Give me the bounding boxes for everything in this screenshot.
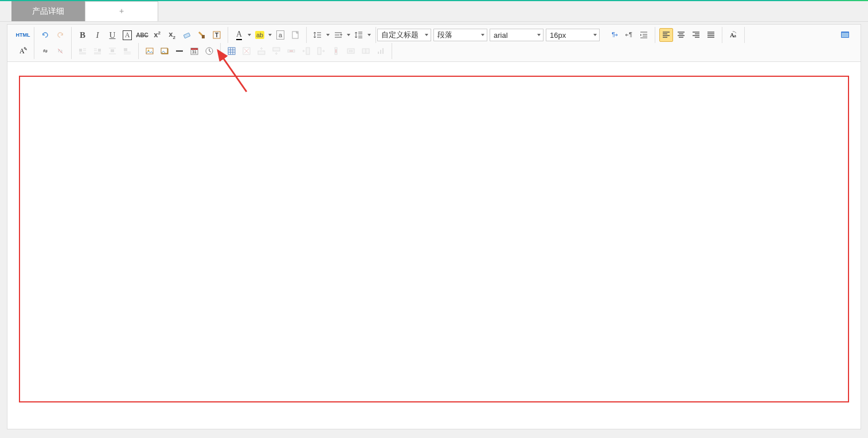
svg-text:¶: ¶	[612, 31, 615, 38]
lineheight-button[interactable]	[311, 28, 324, 42]
direction-ltr-button[interactable]: ¶	[607, 28, 621, 42]
image-float-right-icon[interactable]	[91, 44, 104, 58]
date-icon[interactable]: 31	[187, 44, 201, 58]
superscript-button[interactable]: x2	[150, 28, 164, 42]
backcolor-dropdown[interactable]	[267, 34, 273, 36]
subscript-button[interactable]: x2	[165, 28, 179, 42]
split-cells-icon[interactable]	[359, 44, 373, 58]
editor-body[interactable]	[7, 62, 861, 429]
blank-doc-button[interactable]	[288, 28, 302, 42]
lineheight-dropdown[interactable]	[325, 34, 331, 36]
delete-col-icon[interactable]	[329, 44, 343, 58]
source-html-button[interactable]: HTML	[16, 28, 30, 42]
undo-icon[interactable]	[38, 28, 52, 42]
image-center-icon[interactable]	[105, 44, 119, 58]
rowspacing-bottom-button[interactable]	[352, 28, 366, 42]
horizontal-rule-icon[interactable]	[173, 44, 186, 58]
merge-cells-icon[interactable]	[344, 44, 358, 58]
svg-rect-15	[111, 49, 114, 52]
rowspacing-top-dropdown[interactable]	[346, 34, 351, 36]
custom-style-button[interactable]: A✎	[16, 44, 30, 58]
redo-icon[interactable]	[53, 28, 67, 42]
format-paintbrush-icon[interactable]	[195, 28, 209, 42]
case-button[interactable]: a	[273, 28, 287, 42]
svg-rect-0	[183, 33, 190, 38]
insert-col-after-icon[interactable]	[314, 44, 328, 58]
eraser-icon[interactable]	[180, 28, 194, 42]
image-none-icon[interactable]	[120, 44, 134, 58]
svg-rect-14	[98, 49, 101, 52]
insert-multi-image-icon[interactable]	[158, 44, 171, 58]
select-font-family[interactable]: arial	[490, 29, 544, 41]
delete-table-icon[interactable]	[240, 44, 253, 58]
svg-text:T: T	[215, 32, 218, 38]
align-center-button[interactable]	[674, 28, 688, 42]
svg-rect-30	[306, 48, 310, 54]
chart-icon[interactable]	[374, 44, 388, 58]
svg-rect-28	[273, 48, 280, 51]
svg-rect-36	[380, 50, 381, 54]
delete-row-icon[interactable]	[284, 44, 298, 58]
svg-rect-27	[258, 51, 265, 54]
tab-add[interactable]: +	[85, 1, 158, 21]
insert-table-icon[interactable]	[225, 44, 238, 58]
translate-button[interactable]: Aa	[726, 28, 740, 42]
editor-toolbar: HTML B I U A ABC x2 x2 T	[7, 25, 861, 62]
svg-text:31: 31	[192, 50, 197, 54]
backcolor-button[interactable]: ab	[253, 28, 267, 42]
insert-col-before-icon[interactable]	[299, 44, 313, 58]
svg-text:✎: ✎	[24, 46, 28, 52]
underline-button[interactable]: U	[105, 28, 119, 42]
direction-rtl-button[interactable]: ¶	[622, 28, 636, 42]
svg-text:¶: ¶	[629, 31, 632, 38]
insert-image-icon[interactable]	[143, 44, 157, 58]
tabs-bar: 产品详细 +	[0, 1, 868, 22]
svg-rect-17	[146, 48, 153, 54]
insert-row-after-icon[interactable]	[269, 44, 283, 58]
insert-row-before-icon[interactable]	[255, 44, 268, 58]
svg-rect-31	[318, 48, 321, 54]
font-border-button[interactable]: A	[120, 28, 134, 42]
svg-rect-25	[228, 48, 235, 54]
select-font-size[interactable]: 16px	[546, 29, 600, 41]
svg-rect-37	[382, 48, 384, 54]
svg-rect-35	[378, 52, 379, 54]
svg-text:a: a	[734, 33, 736, 38]
autotypeset-button[interactable]: T	[210, 28, 224, 42]
indent-button[interactable]	[637, 28, 651, 42]
fullscreen-button[interactable]	[838, 28, 852, 42]
content-selection-frame	[19, 76, 849, 402]
link-icon[interactable]	[38, 44, 52, 58]
editor-container: HTML B I U A ABC x2 x2 T	[7, 24, 861, 429]
tab-product-detail[interactable]: 产品详细	[11, 1, 85, 21]
align-left-button[interactable]	[659, 28, 673, 42]
bold-button[interactable]: B	[76, 28, 89, 42]
select-custom-title[interactable]: 自定义标题	[377, 29, 431, 41]
svg-rect-1	[202, 35, 205, 38]
time-icon[interactable]	[202, 44, 216, 58]
image-float-left-icon[interactable]	[76, 44, 89, 58]
align-right-button[interactable]	[689, 28, 703, 42]
italic-button[interactable]: I	[91, 28, 104, 42]
unlink-icon[interactable]	[53, 44, 67, 58]
select-paragraph[interactable]: 段落	[433, 29, 487, 41]
svg-rect-16	[124, 48, 127, 51]
rowspacing-bottom-dropdown[interactable]	[366, 34, 372, 36]
rowspacing-top-button[interactable]	[331, 28, 345, 42]
strikethrough-button[interactable]: ABC	[135, 28, 149, 42]
svg-rect-10	[842, 33, 849, 37]
align-justify-button[interactable]	[704, 28, 718, 42]
forecolor-dropdown[interactable]	[247, 34, 252, 36]
svg-rect-13	[79, 49, 82, 52]
forecolor-button[interactable]: A	[232, 28, 246, 42]
